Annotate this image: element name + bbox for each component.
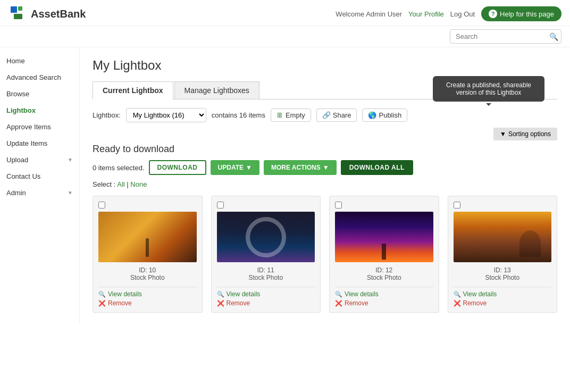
search-wrapper: 🔍 (450, 29, 561, 44)
header-search-row: 🔍 (0, 26, 570, 47)
card-checkbox-row-13 (454, 202, 552, 208)
sidebar-item-upload[interactable]: Upload ▼ (0, 152, 79, 168)
publish-icon: 🌎 (368, 111, 376, 119)
sorting-options-row: ▼ Sorting options (93, 128, 557, 140)
magnifier-icon-12: 🔍 (335, 291, 342, 298)
asset-card-11: ID: 11 Stock Photo 🔍 View details ❌ Remo… (211, 196, 321, 313)
view-details-link-11[interactable]: 🔍 View details (217, 290, 315, 298)
card-checkbox-11[interactable] (217, 202, 224, 208)
sidebar-item-lightbox[interactable]: Lightbox (0, 102, 79, 119)
card-actions-12: 🔍 View details ❌ Remove (335, 287, 433, 307)
magnifier-icon-11: 🔍 (217, 291, 224, 298)
card-checkbox-row-12 (335, 202, 433, 208)
asset-id-12: ID: 12 Stock Photo (335, 266, 433, 281)
page-title: My Lightbox (93, 58, 557, 73)
header-nav: Welcome Admin User Your Profile Log Out … (336, 6, 561, 21)
sidebar-item-browse[interactable]: Browse (0, 86, 79, 102)
publish-button[interactable]: 🌎 Publish (362, 109, 407, 122)
profile-link[interactable]: Your Profile (408, 10, 444, 18)
card-checkbox-13[interactable] (454, 202, 460, 208)
section-title: Ready to download (93, 144, 557, 155)
magnifier-icon: 🔍 (98, 291, 106, 298)
download-button[interactable]: DOWNLOAD (149, 160, 206, 175)
asset-image-13 (454, 212, 552, 262)
magnifier-icon-13: 🔍 (454, 291, 461, 298)
asset-grid: ID: 10 Stock Photo 🔍 View details ❌ Remo… (93, 196, 557, 313)
lightbox-select[interactable]: My Lightbox (16) (126, 108, 206, 122)
update-button[interactable]: UPDATE ▼ (211, 160, 259, 175)
asset-id-11: ID: 11 Stock Photo (217, 266, 315, 281)
logout-link[interactable]: Log Out (450, 10, 475, 18)
empty-button[interactable]: 🗏 Empty (271, 109, 311, 122)
sidebar: Home Advanced Search Browse Lightbox App… (0, 47, 80, 323)
remove-link-10[interactable]: ❌ Remove (98, 299, 197, 307)
share-button[interactable]: 🔗 Share (316, 109, 357, 122)
select-none-link[interactable]: None (130, 180, 147, 188)
lightbox-label: Lightbox: (93, 111, 121, 119)
sorting-options-button[interactable]: ▼ Sorting options (493, 128, 557, 140)
card-actions-11: 🔍 View details ❌ Remove (217, 287, 315, 307)
svg-rect-0 (11, 6, 17, 13)
tab-current-lightbox[interactable]: Current Lightbox (93, 81, 173, 99)
help-icon: ? (489, 10, 497, 18)
help-button[interactable]: ? Help for this page (481, 6, 561, 21)
view-details-link-12[interactable]: 🔍 View details (335, 290, 433, 298)
cross-icon-12: ❌ (335, 300, 342, 307)
asset-card-13: ID: 13 Stock Photo 🔍 View details ❌ Remo… (448, 196, 558, 313)
more-actions-button[interactable]: MORE ACTIONS ▼ (264, 160, 337, 175)
share-icon: 🔗 (322, 111, 331, 119)
search-icon-button[interactable]: 🔍 (549, 32, 558, 41)
download-all-button[interactable]: DOWNLOAD ALL (341, 160, 413, 175)
remove-link-12[interactable]: ❌ Remove (335, 299, 433, 307)
sidebar-item-approve-label: Approve Items (6, 123, 51, 131)
chevron-down-icon-admin: ▼ (68, 190, 73, 196)
sidebar-item-admin[interactable]: Admin ▼ (0, 185, 79, 201)
remove-link-11[interactable]: ❌ Remove (217, 299, 315, 307)
logo-icon (9, 4, 28, 23)
select-row: Select : All | None (93, 180, 557, 188)
asset-card-10: ID: 10 Stock Photo 🔍 View details ❌ Remo… (93, 196, 203, 313)
sidebar-item-admin-label: Admin (6, 189, 26, 197)
sidebar-item-approve-items[interactable]: Approve Items (0, 119, 79, 135)
action-row: 0 items selected. DOWNLOAD UPDATE ▼ MORE… (93, 160, 557, 175)
sidebar-item-browse-label: Browse (6, 90, 29, 98)
asset-image-11 (217, 212, 315, 262)
svg-rect-2 (14, 14, 22, 19)
logo: AssetBank (9, 4, 86, 23)
triangle-icon: ▼ (500, 130, 506, 138)
sidebar-item-contact[interactable]: Contact Us (0, 168, 79, 185)
card-actions-13: 🔍 View details ❌ Remove (454, 287, 552, 307)
asset-image-10 (98, 212, 197, 262)
welcome-text: Welcome Admin User (336, 10, 402, 18)
logo-text: AssetBank (31, 8, 86, 20)
main-content: My Lightbox Current Lightbox Manage Ligh… (80, 47, 570, 323)
sidebar-item-home-label: Home (6, 57, 25, 65)
sidebar-item-contact-label: Contact Us (6, 172, 40, 180)
select-all-link[interactable]: All (117, 180, 124, 188)
lightbox-controls: Lightbox: My Lightbox (16) contains 16 i… (93, 108, 557, 122)
card-checkbox-10[interactable] (98, 202, 105, 208)
cross-icon: ❌ (98, 300, 106, 307)
sidebar-item-update-label: Update Items (6, 139, 47, 147)
card-checkbox-row-11 (217, 202, 315, 208)
search-input[interactable] (450, 29, 561, 44)
empty-icon: 🗏 (276, 111, 283, 119)
items-selected: 0 items selected. (93, 164, 145, 172)
more-actions-chevron-icon: ▼ (323, 164, 329, 171)
tab-manage-lightboxes[interactable]: Manage Lightboxes (174, 81, 259, 99)
select-label: Select : (93, 180, 115, 188)
sidebar-item-update-items[interactable]: Update Items (0, 135, 79, 152)
tab-bar: Current Lightbox Manage Lightboxes (93, 81, 557, 99)
view-details-link-10[interactable]: 🔍 View details (98, 290, 197, 298)
sidebar-item-advanced-search[interactable]: Advanced Search (0, 69, 79, 86)
remove-link-13[interactable]: ❌ Remove (454, 299, 552, 307)
sidebar-item-home[interactable]: Home (0, 53, 79, 69)
contains-text: contains 16 items (212, 111, 265, 119)
sidebar-item-lightbox-label: Lightbox (6, 106, 36, 114)
asset-id-13: ID: 13 Stock Photo (454, 266, 552, 281)
update-chevron-icon: ▼ (246, 164, 252, 171)
card-checkbox-12[interactable] (335, 202, 342, 208)
sidebar-item-upload-label: Upload (6, 156, 28, 164)
view-details-link-13[interactable]: 🔍 View details (454, 290, 552, 298)
card-checkbox-row-10 (98, 202, 197, 208)
